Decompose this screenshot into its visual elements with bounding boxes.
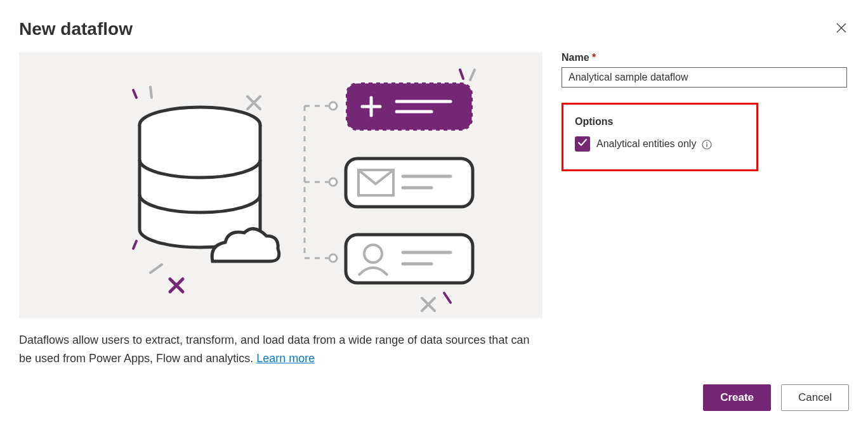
svg-rect-25 bbox=[706, 144, 707, 147]
svg-rect-14 bbox=[346, 159, 473, 207]
svg-point-6 bbox=[329, 178, 337, 186]
options-highlight-box: Options Analytical entities only bbox=[562, 103, 758, 171]
svg-line-0 bbox=[133, 90, 136, 98]
svg-point-24 bbox=[706, 142, 707, 143]
cancel-button[interactable]: Cancel bbox=[781, 384, 849, 411]
svg-line-1 bbox=[150, 87, 152, 98]
svg-line-8 bbox=[460, 70, 463, 79]
check-icon bbox=[577, 138, 588, 150]
options-label: Options bbox=[575, 116, 745, 127]
svg-line-3 bbox=[150, 264, 162, 273]
svg-line-22 bbox=[444, 293, 450, 303]
right-panel: Name * Options Analytical entities only bbox=[562, 52, 849, 368]
name-label-text: Name bbox=[562, 52, 589, 63]
svg-line-2 bbox=[133, 241, 136, 249]
dialog-title: New dataflow bbox=[19, 19, 133, 39]
svg-point-5 bbox=[329, 102, 337, 110]
svg-point-7 bbox=[329, 254, 337, 262]
description: Dataflows allow users to extract, transf… bbox=[19, 331, 542, 368]
close-button[interactable] bbox=[834, 20, 849, 39]
close-icon bbox=[836, 23, 846, 36]
dataflow-illustration bbox=[19, 52, 542, 318]
required-asterisk: * bbox=[592, 52, 596, 63]
name-input[interactable] bbox=[562, 67, 847, 88]
checkbox-label: Analytical entities only bbox=[596, 138, 712, 150]
create-button[interactable]: Create bbox=[703, 384, 771, 411]
left-panel: Dataflows allow users to extract, transf… bbox=[19, 52, 542, 368]
checkbox-label-text: Analytical entities only bbox=[596, 138, 696, 149]
info-icon[interactable] bbox=[702, 140, 712, 150]
learn-more-link[interactable]: Learn more bbox=[256, 352, 315, 365]
footer: Create Cancel bbox=[703, 384, 849, 411]
analytical-entities-checkbox[interactable] bbox=[575, 136, 590, 152]
name-label: Name * bbox=[562, 52, 849, 63]
svg-line-9 bbox=[470, 70, 475, 80]
